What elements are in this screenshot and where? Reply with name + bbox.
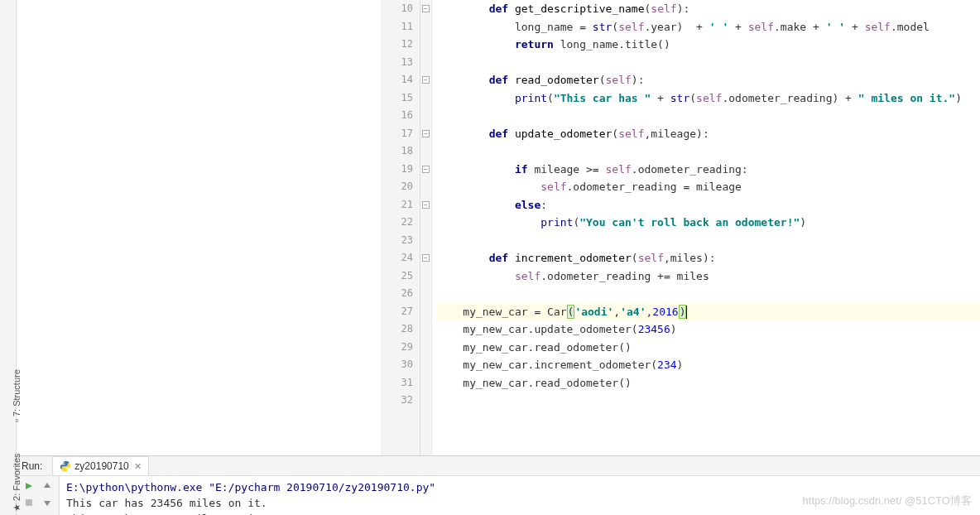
- line-number: 10: [391, 0, 413, 18]
- line-number: 13: [391, 54, 413, 72]
- console-line: This car has 23690 miles on it.: [66, 511, 973, 515]
- line-number: 11: [391, 18, 413, 36]
- line-number: 16: [391, 107, 413, 125]
- line-number: 23: [391, 232, 413, 250]
- code-line[interactable]: self.odometer_reading = mileage: [437, 178, 980, 196]
- console-line: This car has 23456 miles on it.: [66, 495, 973, 511]
- fold-toggle[interactable]: −: [422, 201, 430, 209]
- code-line[interactable]: my_new_car.read_odometer(): [437, 339, 980, 357]
- star-icon: ★: [12, 503, 22, 512]
- code-line[interactable]: self.odometer_reading += miles: [437, 267, 980, 286]
- code-line[interactable]: def update_odometer(self,mileage):: [437, 125, 980, 143]
- line-number: 14: [391, 71, 413, 89]
- code-line[interactable]: if mileage >= self.odometer_reading:: [437, 161, 980, 179]
- close-icon[interactable]: ✕: [134, 461, 142, 472]
- fold-toggle[interactable]: −: [422, 254, 430, 262]
- structure-tool-button[interactable]: ▫ 7: Structure: [12, 369, 22, 422]
- code-line[interactable]: [437, 392, 980, 410]
- code-line[interactable]: print("You can't roll back an odometer!"…: [437, 214, 980, 232]
- fold-toggle[interactable]: −: [422, 5, 430, 12]
- code-line[interactable]: my_new_car.update_odometer(23456): [437, 320, 980, 339]
- fold-strip: −−−−−−: [420, 0, 432, 455]
- code-editor[interactable]: 1011121314151617181920212223242526272829…: [17, 0, 980, 455]
- code-line[interactable]: [437, 285, 980, 303]
- line-number-gutter: 1011121314151617181920212223242526272829…: [381, 0, 420, 455]
- line-number: 20: [391, 178, 413, 196]
- code-line[interactable]: else:: [437, 196, 980, 214]
- stop-button[interactable]: [22, 496, 36, 509]
- line-number: 22: [391, 214, 413, 232]
- run-configuration-tab[interactable]: zy20190710 ✕: [52, 456, 148, 475]
- run-label: Run:: [22, 460, 42, 472]
- svg-rect-2: [26, 499, 32, 506]
- line-number: 25: [391, 267, 413, 286]
- line-number: 29: [391, 339, 413, 357]
- line-number: 18: [391, 142, 413, 161]
- left-tool-sidebar: ▫ 7: Structure ★ 2: Favorites: [0, 0, 17, 515]
- run-tool-window: Run: zy20190710 ✕ E:\python\pythonw.exe …: [17, 455, 980, 515]
- line-number: 30: [391, 356, 413, 374]
- python-icon: [60, 460, 71, 472]
- code-line[interactable]: [437, 142, 980, 161]
- line-number: 19: [391, 161, 413, 179]
- fold-toggle[interactable]: −: [422, 76, 430, 84]
- code-line[interactable]: [437, 232, 980, 250]
- code-line[interactable]: my_new_car = Car('aodi','a4',2016): [437, 303, 980, 321]
- code-content[interactable]: def get_descriptive_name(self): long_nam…: [432, 0, 980, 455]
- favorites-tool-button[interactable]: ★ 2: Favorites: [12, 453, 22, 512]
- console-toolbar: [17, 476, 60, 515]
- fold-toggle[interactable]: −: [422, 166, 430, 173]
- down-button[interactable]: [41, 496, 54, 509]
- code-line[interactable]: long_name = str(self.year) + ' ' + self.…: [437, 18, 980, 36]
- line-number: 32: [391, 392, 413, 410]
- line-number: 26: [391, 285, 413, 303]
- rerun-button[interactable]: [22, 479, 36, 493]
- svg-point-0: [64, 462, 65, 463]
- code-line[interactable]: def get_descriptive_name(self):: [437, 0, 980, 18]
- fold-toggle[interactable]: −: [422, 130, 430, 137]
- line-number: 12: [391, 36, 413, 54]
- code-line[interactable]: return long_name.title(): [437, 36, 980, 54]
- line-number: 31: [391, 374, 413, 392]
- run-header: Run: zy20190710 ✕: [17, 456, 980, 476]
- code-line[interactable]: my_new_car.increment_odometer(234): [437, 356, 980, 374]
- line-number: 21: [391, 196, 413, 214]
- line-number: 24: [391, 249, 413, 267]
- code-line[interactable]: [437, 107, 980, 125]
- line-number: 17: [391, 125, 413, 143]
- run-tab-name: zy20190710: [74, 460, 128, 472]
- code-line[interactable]: def read_odometer(self):: [437, 71, 980, 89]
- svg-point-1: [66, 469, 67, 470]
- structure-icon: ▫: [12, 419, 22, 422]
- console-command: E:\python\pythonw.exe "E:/pycharm 201907…: [66, 481, 435, 493]
- code-line[interactable]: [437, 54, 980, 72]
- code-line[interactable]: print("This car has " + str(self.odomete…: [437, 89, 980, 108]
- up-button[interactable]: [41, 479, 54, 493]
- line-number: 28: [391, 320, 413, 339]
- console-output[interactable]: E:\python\pythonw.exe "E:/pycharm 201907…: [60, 476, 980, 515]
- code-line[interactable]: def increment_odometer(self,miles):: [437, 249, 980, 267]
- line-number: 15: [391, 89, 413, 108]
- code-line[interactable]: my_new_car.read_odometer(): [437, 374, 980, 392]
- line-number: 27: [391, 303, 413, 321]
